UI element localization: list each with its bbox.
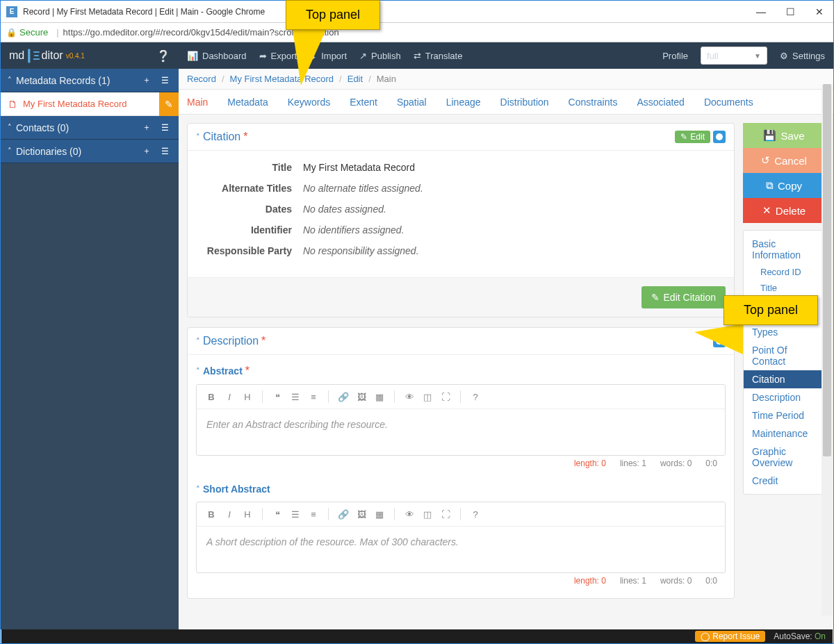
quote-icon[interactable]: ❝ [270,389,285,404]
nav-point-of-contact[interactable]: Point Of Contact [744,341,824,370]
table-icon[interactable]: ▦ [372,389,387,404]
sidebar-section-contacts[interactable]: ˄ Contacts (0) ＋ ☰ [1,116,179,140]
nav-maintenance[interactable]: Maintenance [744,424,824,443]
split-icon[interactable]: ◫ [420,389,435,404]
ol-icon[interactable]: ≡ [306,389,321,404]
chevron-up-icon[interactable]: ˄ [196,367,200,376]
sidebar-section-dictionaries[interactable]: ˄ Dictionaries (0) ＋ ☰ [1,140,179,163]
tab-bar: Main Metadata Keywords Extent Spatial Li… [179,90,833,115]
italic-icon[interactable]: I [222,389,237,404]
tab-spatial[interactable]: Spatial [397,97,427,108]
italic-icon[interactable]: I [222,506,237,522]
abstract-textarea[interactable]: Enter an Abstract describing the resourc… [197,409,725,455]
cancel-button[interactable]: ↺Cancel [743,148,825,173]
abstract-title: Abstract [203,365,243,377]
github-icon: ◯ [701,631,710,641]
nav-dashboard[interactable]: 📊Dashboard [187,51,247,61]
tab-associated[interactable]: Associated [637,97,684,108]
editor-toolbar: B I H ❝ ☰ ≡ 🔗 🖼 [197,385,725,409]
maximize-button[interactable]: ☐ [782,6,799,17]
list-icon[interactable]: ☰ [158,145,172,158]
nav-time-period[interactable]: Time Period [744,406,824,424]
page-scrollbar[interactable] [821,84,833,616]
profile-label: Profile [662,51,688,61]
link-icon[interactable]: 🔗 [336,506,351,522]
delete-button[interactable]: ✕Delete [743,198,825,223]
stat-chars: 0:0 [705,459,717,468]
table-icon[interactable]: ▦ [372,506,387,522]
add-icon[interactable]: ＋ [140,145,154,158]
add-icon[interactable]: ＋ [140,74,154,88]
crumb-record[interactable]: Record [187,74,216,84]
fullscreen-icon[interactable]: ⛶ [438,506,453,522]
chevron-up-icon[interactable]: ˄ [196,337,200,346]
chevron-up-icon: ˄ [8,76,12,85]
edit-badge[interactable]: ✎Edit [675,131,710,143]
nav-credit[interactable]: Credit [744,472,824,490]
edit-citation-button[interactable]: ✎Edit Citation [641,286,726,308]
chevron-up-icon[interactable]: ˄ [196,133,200,142]
tab-main[interactable]: Main [187,97,208,108]
image-icon[interactable]: 🖼 [354,506,369,522]
image-icon[interactable]: 🖼 [354,389,369,404]
help-icon[interactable]: ? [468,506,483,522]
profile-select[interactable]: full▼ [701,47,767,65]
tab-constraints[interactable]: Constraints [569,97,618,108]
sidebar-section-records[interactable]: ˄ Metadata Records (1) ＋ ☰ [1,69,179,92]
tab-metadata[interactable]: Metadata [227,97,268,108]
description-panel: ˄ Description * ˄ Abstract * [187,327,735,599]
footer-bar: ◯Report Issue AutoSave: On [1,629,833,643]
nav-description[interactable]: Description [744,388,824,406]
brand-version: v0.4.1 [66,52,85,60]
save-button[interactable]: 💾Save [743,123,825,148]
crumb-main: Main [377,74,396,84]
nav-title[interactable]: Title [744,280,824,296]
tab-extent[interactable]: Extent [350,97,377,108]
bold-icon[interactable]: B [204,506,219,522]
nav-graphic-overview[interactable]: Graphic Overview [744,443,824,472]
heading-icon[interactable]: H [240,506,255,522]
status-badge[interactable] [713,131,726,143]
link-icon[interactable]: 🔗 [336,389,351,404]
pencil-icon[interactable]: ✎ [159,92,179,116]
list-icon[interactable]: ☰ [158,74,172,88]
close-button[interactable]: ✕ [811,6,828,17]
add-icon[interactable]: ＋ [140,121,154,135]
help-icon[interactable]: ❔ [156,49,170,63]
tab-distribution[interactable]: Distribution [500,97,549,108]
sidebar-item-record[interactable]: 🗋 My First Metadata Record ✎ [1,92,179,116]
ul-icon[interactable]: ☰ [288,389,303,404]
bold-icon[interactable]: B [204,389,219,404]
chevron-up-icon[interactable]: ˄ [196,485,200,494]
minimize-button[interactable]: — [753,6,769,17]
gear-icon: ⚙ [780,51,788,61]
quote-icon[interactable]: ❝ [270,506,285,522]
nav-basic-info[interactable]: Basic Information [744,235,824,264]
address-bar[interactable]: 🔒 Secure | https://go.mdeditor.org/#/rec… [1,23,833,42]
nav-citation[interactable]: Citation [744,370,824,388]
tab-keywords[interactable]: Keywords [288,97,330,108]
list-icon[interactable]: ☰ [158,121,172,135]
file-icon: 🗋 [8,99,17,110]
help-icon[interactable]: ? [468,389,483,404]
tab-lineage[interactable]: Lineage [446,97,481,108]
chevron-up-icon: ˄ [8,147,12,156]
nav-translate[interactable]: ⇄Translate [414,51,463,61]
nav-record-id[interactable]: Record ID [744,264,824,280]
preview-icon[interactable]: 👁 [402,389,417,404]
split-icon[interactable]: ◫ [420,506,435,522]
report-issue-button[interactable]: ◯Report Issue [695,631,765,642]
nav-export[interactable]: ➦Export [259,51,297,61]
crumb-edit[interactable]: Edit [348,74,363,84]
nav-publish[interactable]: ↗Publish [359,51,401,61]
copy-button[interactable]: ⧉Copy [743,173,825,198]
heading-icon[interactable]: H [240,389,255,404]
ul-icon[interactable]: ☰ [288,506,303,522]
ol-icon[interactable]: ≡ [306,506,321,522]
short-abstract-textarea[interactable]: A short description of the resource. Max… [197,527,725,572]
nav-settings[interactable]: ⚙Settings [780,51,825,61]
fullscreen-icon[interactable]: ⛶ [438,389,453,404]
publish-icon: ↗ [359,51,367,61]
tab-documents[interactable]: Documents [704,97,753,108]
preview-icon[interactable]: 👁 [402,506,417,522]
